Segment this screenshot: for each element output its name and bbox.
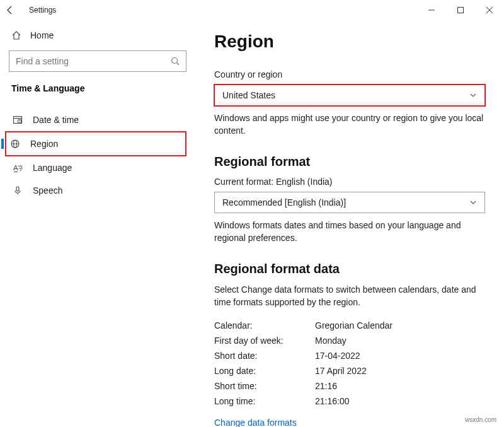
sidebar-item-label: Language — [33, 163, 72, 173]
close-button[interactable] — [475, 0, 504, 20]
sidebar-item-date-time[interactable]: Date & time — [9, 108, 186, 131]
dropdown-value: Recommended [English (India)] — [222, 197, 346, 208]
format-help-text: Windows formats dates and times based on… — [214, 219, 485, 244]
svg-line-5 — [177, 63, 180, 66]
svg-rect-1 — [458, 8, 464, 13]
sidebar-item-label: Region — [30, 139, 58, 149]
table-row: Calendar:Gregorian Calendar — [214, 318, 485, 333]
regional-format-heading: Regional format — [214, 155, 485, 169]
sidebar-item-label: Speech — [33, 185, 62, 196]
dropdown-value: United States — [222, 90, 275, 100]
table-row: First day of week:Monday — [214, 333, 485, 348]
page-title: Region — [214, 32, 485, 52]
maximize-button[interactable] — [446, 0, 475, 20]
sidebar-item-label: Home — [30, 30, 54, 40]
calendar-clock-icon — [13, 115, 24, 125]
watermark: wsxdn.com — [465, 416, 496, 423]
table-row: Long time:21:16:00 — [214, 394, 485, 409]
sidebar-item-speech[interactable]: Speech — [9, 179, 186, 202]
search-icon — [171, 57, 180, 66]
regional-format-data-heading: Regional format data — [214, 262, 485, 276]
format-data-table: Calendar:Gregorian Calendar First day of… — [214, 318, 485, 409]
country-help-text: Windows and apps might use your country … — [214, 112, 485, 137]
table-row: Short date:17-04-2022 — [214, 348, 485, 363]
sidebar-item-home[interactable]: Home — [9, 25, 186, 50]
window-title: Settings — [29, 6, 56, 15]
back-button[interactable] — [5, 5, 25, 15]
chevron-down-icon — [469, 199, 477, 206]
search-placeholder: Find a setting — [16, 56, 69, 66]
country-label: Country or region — [214, 69, 485, 79]
svg-text:字: 字 — [18, 165, 23, 172]
language-character-icon: A̲字 — [13, 163, 24, 173]
search-input[interactable]: Find a setting — [9, 50, 186, 72]
current-format-label: Current format: English (India) — [214, 177, 485, 187]
microphone-icon — [13, 185, 24, 196]
regional-format-dropdown[interactable]: Recommended [English (India)] — [214, 192, 485, 213]
svg-rect-16 — [16, 187, 19, 191]
sidebar-item-region[interactable]: Region — [5, 131, 186, 156]
table-row: Short time:21:16 — [214, 378, 485, 394]
sidebar-item-label: Date & time — [33, 115, 79, 125]
change-data-formats-link[interactable]: Change data formats — [214, 418, 297, 427]
minimize-button[interactable] — [417, 0, 446, 20]
country-dropdown[interactable]: United States — [214, 85, 485, 106]
data-help-text: Select Change data formats to switch bet… — [214, 284, 485, 308]
chevron-down-icon — [469, 91, 477, 99]
globe-icon — [10, 139, 21, 149]
home-icon — [11, 30, 21, 40]
table-row: Long date:17 April 2022 — [214, 363, 485, 378]
sidebar-item-language[interactable]: A̲字 Language — [9, 156, 186, 179]
sidebar-section-title: Time & Language — [9, 83, 186, 93]
svg-point-4 — [172, 58, 178, 64]
